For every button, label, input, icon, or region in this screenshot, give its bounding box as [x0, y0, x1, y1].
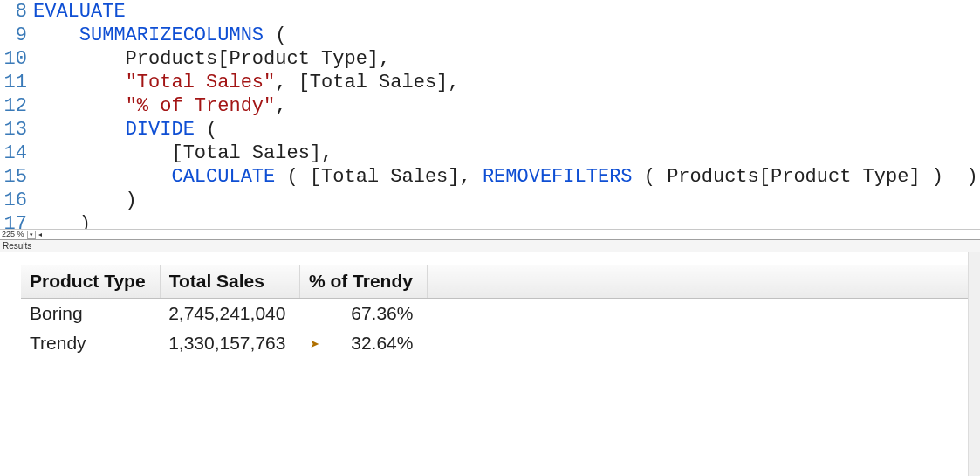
line-number-gutter: 891011121314151617 [0, 0, 31, 239]
string-token: "% of Trendy" [126, 95, 276, 117]
keyword-token: CALCULATE [171, 166, 275, 188]
cell-percent: 32.64%➤ [299, 328, 427, 358]
keyword-token: DIVIDE [126, 119, 195, 141]
results-pane-title: Results [0, 240, 980, 252]
code-line[interactable]: [Total Sales], [33, 141, 980, 165]
line-number: 15 [0, 165, 27, 189]
code-token: ( [264, 24, 286, 46]
column-header-empty [427, 265, 968, 299]
code-line[interactable]: "Total Sales", [Total Sales], [33, 71, 980, 94]
code-line[interactable]: SUMMARIZECOLUMNS ( [33, 24, 980, 47]
cursor-icon: ➤ [310, 337, 319, 350]
line-number: 11 [0, 71, 27, 94]
code-token [33, 24, 79, 46]
code-token [33, 166, 171, 188]
cell-empty [427, 299, 968, 329]
line-number: 10 [0, 47, 27, 71]
code-token: ( [Total Sales], [275, 166, 483, 188]
code-token: ) [33, 190, 137, 211]
code-line[interactable]: EVALUATE [33, 0, 980, 24]
line-number: 8 [0, 0, 27, 24]
string-token: "Total Sales" [126, 72, 276, 93]
code-token: [Total Sales], [33, 142, 332, 164]
code-token: , [275, 95, 286, 117]
code-token: Products[Product Type], [33, 48, 390, 70]
vertical-scrollbar[interactable] [968, 252, 980, 476]
code-line[interactable]: ) [33, 189, 980, 212]
line-number: 12 [0, 94, 27, 118]
cell-total-sales: 2,745,241,040 [160, 299, 299, 329]
results-table: Product Type Total Sales % of Trendy Bor… [21, 265, 968, 358]
line-number: 9 [0, 24, 27, 47]
column-header[interactable]: % of Trendy [299, 265, 427, 299]
line-number: 16 [0, 189, 27, 212]
results-header-row: Product Type Total Sales % of Trendy [21, 265, 968, 299]
scroll-left-icon[interactable]: ◂ [36, 231, 45, 239]
cell-percent: 67.36% [299, 299, 427, 329]
zoom-dropdown-icon[interactable]: ▾ [27, 231, 36, 239]
cell-product-type: Boring [21, 299, 160, 329]
code-line[interactable]: "% of Trendy", [33, 94, 980, 118]
code-token: ( Products[Product Type] ) ) [633, 166, 978, 188]
table-row[interactable]: Boring2,745,241,04067.36% [21, 299, 968, 329]
cell-empty [427, 328, 968, 358]
cell-total-sales: 1,330,157,763 [160, 328, 299, 358]
code-line[interactable]: Products[Product Type], [33, 47, 980, 71]
code-area[interactable]: EVALUATE SUMMARIZECOLUMNS ( Products[Pro… [31, 0, 980, 239]
results-pane: Product Type Total Sales % of Trendy Bor… [0, 252, 980, 476]
column-header[interactable]: Total Sales [160, 265, 299, 299]
editor-zoom-strip: 225 % ▾ ◂ [0, 229, 980, 239]
zoom-level-label: 225 % [0, 223, 26, 240]
code-token: ( [195, 119, 217, 141]
column-header[interactable]: Product Type [21, 265, 160, 299]
keyword-token: EVALUATE [33, 1, 126, 23]
code-line[interactable]: CALCULATE ( [Total Sales], REMOVEFILTERS… [33, 165, 980, 189]
cell-product-type: Trendy [21, 328, 160, 358]
code-editor[interactable]: 891011121314151617 EVALUATE SUMMARIZECOL… [0, 0, 980, 240]
line-number: 14 [0, 141, 27, 165]
keyword-token: SUMMARIZECOLUMNS [79, 24, 264, 46]
code-token [33, 72, 126, 93]
code-token [33, 119, 126, 141]
line-number: 13 [0, 118, 27, 141]
table-row[interactable]: Trendy1,330,157,76332.64%➤ [21, 328, 968, 358]
code-line[interactable]: DIVIDE ( [33, 118, 980, 141]
keyword-token: REMOVEFILTERS [483, 166, 633, 188]
code-token [33, 95, 126, 117]
code-token: , [Total Sales], [275, 72, 459, 93]
